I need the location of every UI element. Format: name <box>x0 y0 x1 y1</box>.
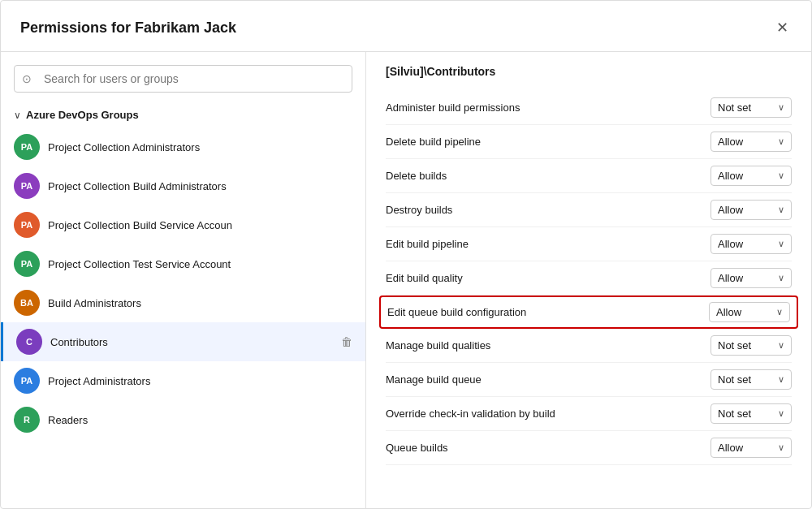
permission-value: Not set <box>718 339 751 352</box>
chevron-down-icon: ∨ <box>778 408 784 419</box>
permission-value: Not set <box>718 101 751 114</box>
table-row: Edit build qualityAllow∨ <box>386 261 792 295</box>
permission-name: Queue builds <box>386 442 704 454</box>
table-row: Delete build pipelineAllow∨ <box>386 125 792 159</box>
table-row: Manage build queueNot set∨ <box>386 363 792 397</box>
permission-value: Allow <box>718 136 743 148</box>
permission-dropdown[interactable]: Not set∨ <box>710 369 792 390</box>
right-panel-header: [Silviu]\Contributors <box>386 65 792 78</box>
chevron-down-icon: ∨ <box>778 340 784 351</box>
chevron-down-icon: ∨ <box>778 239 784 249</box>
left-panel: ⊙ ∨ Azure DevOps Groups PAProject Collec… <box>1 52 366 508</box>
table-row: Delete buildsAllow∨ <box>386 159 792 193</box>
delete-icon[interactable]: 🗑 <box>341 335 352 348</box>
permission-name: Edit build quality <box>386 272 704 284</box>
permission-dropdown[interactable]: Allow∨ <box>710 166 792 186</box>
list-item[interactable]: RReaders <box>1 400 365 439</box>
permission-value: Allow <box>718 272 743 284</box>
item-label: Contributors <box>50 336 333 348</box>
item-label: Project Administrators <box>48 375 352 387</box>
item-label: Project Collection Build Administrators <box>48 180 352 192</box>
avatar: PA <box>14 134 40 160</box>
item-label: Build Administrators <box>48 297 352 309</box>
chevron-down-icon: ∨ <box>778 170 784 181</box>
avatar: C <box>16 329 42 355</box>
table-row: Destroy buildsAllow∨ <box>386 193 792 227</box>
list-item[interactable]: PAProject Collection Administrators <box>1 127 365 166</box>
avatar: PA <box>14 212 40 238</box>
permission-name: Manage build qualities <box>386 339 704 352</box>
chevron-down-icon: ∨ <box>776 307 783 317</box>
chevron-down-icon: ∨ <box>14 110 21 121</box>
table-row: Override check-in validation by buildNot… <box>386 397 792 431</box>
permission-dropdown[interactable]: Allow∨ <box>710 234 792 254</box>
permission-name: Delete build pipeline <box>386 136 704 148</box>
list-item[interactable]: PAProject Collection Build Administrator… <box>1 166 365 205</box>
list-item[interactable]: PAProject Collection Build Service Accou… <box>1 205 365 244</box>
list-item[interactable]: CContributors🗑 <box>1 322 365 361</box>
close-button[interactable]: ✕ <box>773 17 792 38</box>
avatar: PA <box>14 173 40 199</box>
permission-value: Not set <box>718 373 751 386</box>
permission-value: Allow <box>718 204 743 216</box>
permission-name: Manage build queue <box>386 373 704 386</box>
modal-header: Permissions for Fabrikam Jack ✕ <box>1 1 811 52</box>
permission-value: Allow <box>716 306 741 318</box>
permission-name: Administer build permissions <box>386 101 704 114</box>
chevron-down-icon: ∨ <box>778 205 784 215</box>
table-row: Manage build qualitiesNot set∨ <box>386 329 792 363</box>
table-row: Edit build pipelineAllow∨ <box>386 227 792 261</box>
chevron-down-icon: ∨ <box>778 136 784 147</box>
permission-dropdown[interactable]: Not set∨ <box>710 403 792 424</box>
permission-name: Delete builds <box>386 170 704 182</box>
table-row: Queue buildsAllow∨ <box>386 431 792 465</box>
chevron-down-icon: ∨ <box>778 374 784 385</box>
group-items-list: PAProject Collection AdministratorsPAPro… <box>1 127 365 439</box>
chevron-down-icon: ∨ <box>778 442 784 453</box>
search-icon: ⊙ <box>22 72 32 85</box>
chevron-down-icon: ∨ <box>778 102 784 113</box>
list-item[interactable]: BABuild Administrators <box>1 283 365 322</box>
chevron-down-icon: ∨ <box>778 273 784 283</box>
permission-dropdown[interactable]: Allow∨ <box>710 132 792 152</box>
permission-name: Override check-in validation by build <box>386 408 704 420</box>
permission-name: Edit build pipeline <box>386 238 704 250</box>
search-input[interactable] <box>14 65 352 93</box>
permission-dropdown[interactable]: Not set∨ <box>710 97 792 118</box>
list-item[interactable]: PAProject Collection Test Service Accoun… <box>1 244 365 283</box>
permission-dropdown[interactable]: Not set∨ <box>710 335 792 356</box>
modal-body: ⊙ ∨ Azure DevOps Groups PAProject Collec… <box>1 52 811 508</box>
permission-value: Allow <box>718 170 743 182</box>
permission-value: Allow <box>718 442 743 454</box>
item-label: Project Collection Test Service Account <box>48 258 352 270</box>
permission-value: Allow <box>718 238 743 250</box>
avatar: PA <box>14 251 40 277</box>
group-header[interactable]: ∨ Azure DevOps Groups <box>1 106 365 127</box>
search-box: ⊙ <box>14 65 352 93</box>
table-row: Administer build permissionsNot set∨ <box>386 91 792 125</box>
item-label: Readers <box>48 414 352 426</box>
item-label: Project Collection Build Service Accoun <box>48 219 352 231</box>
permissions-modal: Permissions for Fabrikam Jack ✕ ⊙ ∨ Azur… <box>0 0 812 509</box>
right-panel: [Silviu]\Contributors Administer build p… <box>366 52 811 508</box>
permission-name: Destroy builds <box>386 204 704 216</box>
list-item[interactable]: PAProject Administrators <box>1 361 365 400</box>
permissions-list: Administer build permissionsNot set∨Dele… <box>386 91 792 465</box>
avatar: R <box>14 407 40 433</box>
modal-title: Permissions for Fabrikam Jack <box>20 19 236 37</box>
permission-dropdown[interactable]: Allow∨ <box>710 268 792 288</box>
group-section-label: Azure DevOps Groups <box>26 109 139 121</box>
avatar: BA <box>14 290 40 316</box>
permission-value: Not set <box>718 408 751 420</box>
permission-dropdown[interactable]: Allow∨ <box>709 302 790 322</box>
table-row: Edit queue build configurationAllow∨ <box>379 295 798 329</box>
permission-name: Edit queue build configuration <box>387 306 702 318</box>
avatar: PA <box>14 368 40 394</box>
permission-dropdown[interactable]: Allow∨ <box>710 200 792 220</box>
permission-dropdown[interactable]: Allow∨ <box>710 438 792 458</box>
item-label: Project Collection Administrators <box>48 141 352 153</box>
